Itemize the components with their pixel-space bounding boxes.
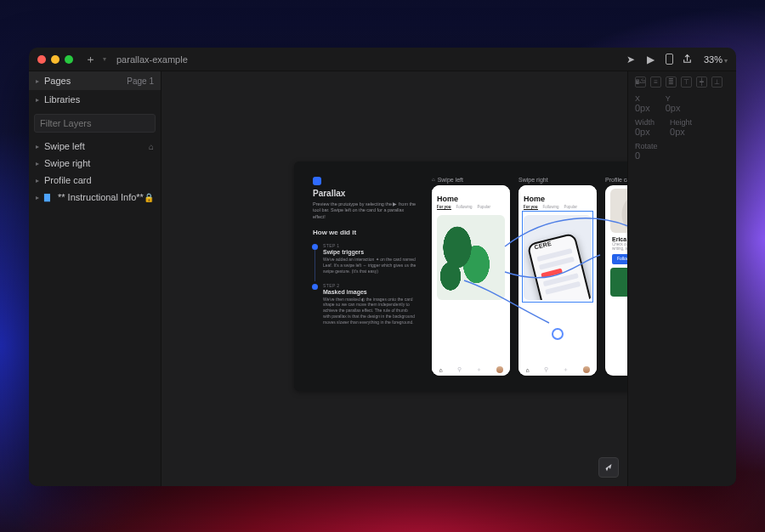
minimize-window-button[interactable] bbox=[51, 55, 60, 64]
selection-handle[interactable] bbox=[552, 328, 564, 340]
step-dot-icon bbox=[312, 244, 318, 250]
close-window-button[interactable] bbox=[37, 55, 46, 64]
step-2: STEP 2 Masked images We've then masked ◐… bbox=[313, 283, 416, 325]
current-page-name: Page 1 bbox=[127, 76, 154, 86]
info-column: Parallax Preview the prototype by select… bbox=[313, 177, 416, 376]
phone-frame: Home For you Following Popular ⌂ ⚲ ＋ bbox=[432, 185, 510, 376]
chevron-right-icon: ▸ bbox=[36, 96, 44, 104]
phone-card: CERE bbox=[524, 215, 592, 300]
chevron-right-icon: ▸ bbox=[36, 194, 44, 201]
layer-row-swipe-right[interactable]: ▸ Swipe right bbox=[29, 155, 161, 172]
rotate-label: Rotate bbox=[635, 142, 658, 150]
tab: Popular bbox=[478, 205, 491, 210]
artboard-label: Swipe left bbox=[438, 177, 463, 183]
info-title: Parallax bbox=[313, 189, 416, 198]
align-middle-button[interactable]: ┿ bbox=[696, 76, 707, 88]
y-value[interactable]: 0px bbox=[666, 103, 681, 113]
height-label: Height bbox=[670, 118, 692, 127]
layer-label: Swipe right bbox=[44, 158, 154, 168]
document-title: parallax-example bbox=[116, 54, 188, 65]
x-label: X bbox=[635, 94, 650, 103]
traffic-lights bbox=[37, 55, 73, 64]
artboard-swipe-left[interactable]: ⌂Swipe left Home For you Following Popul… bbox=[432, 177, 510, 376]
share-button[interactable] bbox=[682, 54, 694, 65]
parallax-badge-icon bbox=[313, 177, 321, 185]
height-value[interactable]: 0px bbox=[670, 127, 692, 137]
screen-heading: Home bbox=[518, 191, 597, 205]
artboard-profile-card[interactable]: Profile card Erica Simmons Check out all… bbox=[605, 177, 627, 376]
home-nav-icon: ⌂ bbox=[525, 367, 529, 373]
step-1: STEP 1 Swipe triggers We've added an int… bbox=[313, 243, 416, 274]
alignment-controls: �మ ≡ ≣ ⊤ ┿ ⊥ bbox=[635, 76, 729, 88]
artboard-swipe-right[interactable]: Swipe right Home For you Following Popul… bbox=[518, 177, 597, 376]
info-subtitle: Preview the prototype by selecting the ▶… bbox=[313, 201, 416, 220]
profile-hero bbox=[610, 189, 627, 233]
home-icon: ⌂ bbox=[432, 177, 435, 183]
screen-heading: Home bbox=[432, 191, 510, 205]
width-value[interactable]: 0px bbox=[635, 127, 654, 137]
layer-label: ** Instructional Info** bbox=[58, 192, 144, 202]
layer-row-profile-card[interactable]: ▸ Profile card bbox=[29, 172, 161, 189]
pages-section-header[interactable]: ▸ Pages Page 1 bbox=[29, 71, 161, 90]
step-eyebrow: STEP 2 bbox=[323, 283, 416, 288]
chevron-down-icon: ▾ bbox=[103, 55, 106, 63]
design-canvas[interactable]: Parallax Preview the prototype by select… bbox=[162, 71, 627, 486]
rotate-value[interactable]: 0 bbox=[635, 150, 658, 161]
chevron-right-icon: ▸ bbox=[36, 77, 44, 85]
add-nav-icon: ＋ bbox=[563, 365, 569, 374]
align-left-button[interactable]: �మ bbox=[635, 76, 646, 88]
align-right-button[interactable]: ≣ bbox=[666, 76, 677, 88]
leaf-card bbox=[437, 215, 505, 300]
how-heading: How we did it bbox=[313, 229, 416, 236]
step-desc: We've then masked ◐ the images onto the … bbox=[323, 297, 416, 325]
step-title: Masked images bbox=[323, 289, 416, 295]
avatar-nav-icon bbox=[496, 366, 503, 373]
libraries-section-header[interactable]: ▸ Libraries bbox=[29, 90, 161, 109]
tab: For you bbox=[524, 205, 538, 210]
y-label: Y bbox=[666, 94, 681, 103]
step-dot-icon bbox=[312, 284, 318, 290]
zoom-level[interactable]: 33%▾ bbox=[704, 54, 728, 65]
zoom-window-button[interactable] bbox=[65, 55, 73, 64]
layer-row-instructional[interactable]: ▸ ▇ ** Instructional Info** 🔒 bbox=[29, 189, 161, 206]
tab: Popular bbox=[564, 205, 578, 210]
tab: Following bbox=[543, 205, 559, 210]
width-label: Width bbox=[635, 118, 654, 127]
play-prototype-button[interactable]: ▶ bbox=[645, 54, 657, 65]
left-sidebar: ▸ Pages Page 1 ▸ Libraries ▸ Swipe left … bbox=[29, 71, 162, 486]
bottom-nav: ⌂ ⚲ ＋ bbox=[432, 364, 510, 376]
screen-tabs: For you Following Popular bbox=[432, 205, 510, 212]
device-preview-button[interactable] bbox=[666, 54, 673, 65]
bottom-nav: ⌂ ⚲ ＋ bbox=[518, 364, 597, 376]
layer-row-swipe-left[interactable]: ▸ Swipe left ⌂ bbox=[29, 138, 161, 155]
instructional-frame[interactable]: Parallax Preview the prototype by select… bbox=[294, 161, 627, 391]
pages-label: Pages bbox=[44, 76, 127, 86]
align-bottom-button[interactable]: ⊥ bbox=[711, 76, 722, 88]
align-top-button[interactable]: ⊤ bbox=[681, 76, 692, 88]
profile-name: Erica Simmons bbox=[605, 236, 627, 242]
x-value[interactable]: 0px bbox=[635, 103, 650, 113]
artboard-label: Swipe right bbox=[518, 177, 548, 183]
align-center-button[interactable]: ≡ bbox=[650, 76, 661, 88]
filter-layers-field bbox=[34, 114, 156, 133]
tab: Following bbox=[456, 205, 473, 210]
chevron-right-icon: ▸ bbox=[36, 160, 44, 167]
follow-button[interactable]: Follow bbox=[612, 254, 627, 264]
artboard-row: ⌂Swipe left Home For you Following Popul… bbox=[432, 177, 627, 376]
layer-label: Swipe left bbox=[44, 141, 149, 151]
lock-icon: 🔒 bbox=[144, 193, 154, 202]
filter-layers-input[interactable] bbox=[34, 114, 156, 133]
chevron-right-icon: ▸ bbox=[36, 143, 44, 150]
tilted-phone-mock: CERE bbox=[527, 233, 592, 300]
avatar-nav-icon bbox=[583, 366, 590, 373]
toolbar-right: ➤ ▶ 33%▾ bbox=[625, 54, 728, 65]
phone-frame: Erica Simmons Check out all my faves, pi… bbox=[605, 185, 627, 376]
artboard-label: Profile card bbox=[605, 177, 627, 183]
screen-tabs: For you Following Popular bbox=[518, 205, 597, 212]
cursor-tool-icon[interactable]: ➤ bbox=[625, 54, 637, 65]
add-nav-icon: ＋ bbox=[476, 365, 482, 374]
folder-icon: ▇ bbox=[44, 193, 54, 201]
chevron-right-icon: ▸ bbox=[36, 177, 44, 184]
add-page-button[interactable]: ＋ bbox=[85, 52, 96, 67]
presentation-mode-button[interactable] bbox=[598, 457, 619, 478]
